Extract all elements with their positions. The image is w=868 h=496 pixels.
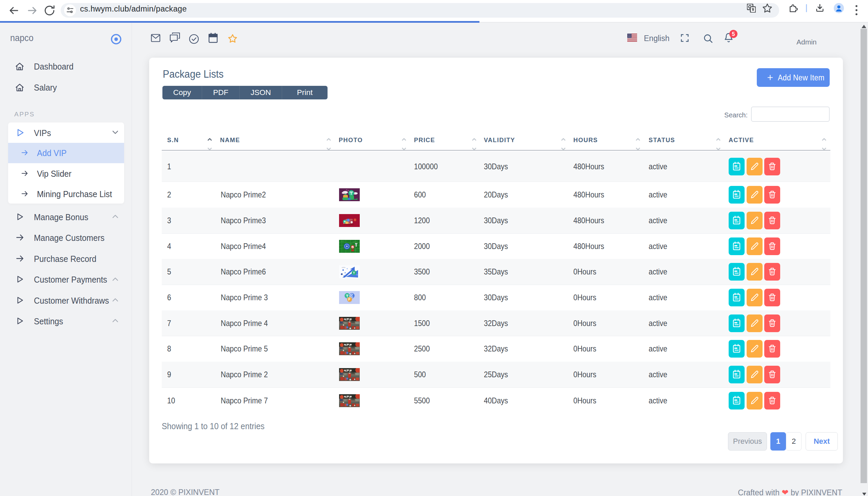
svg-text:coins: coins [342,267,345,268]
